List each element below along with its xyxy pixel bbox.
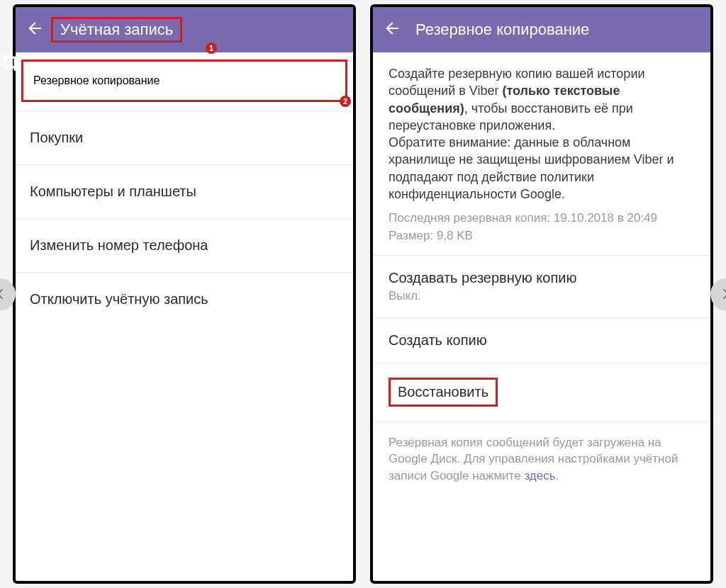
- page-title-right: Резервное копирование: [415, 21, 589, 39]
- footer-link[interactable]: здесь: [524, 469, 555, 482]
- footer-note: Резервная копия сообщений будет загружен…: [373, 422, 710, 497]
- appbar-left: Учётная запись 1: [16, 7, 353, 52]
- appbar-right: Резервное копирование: [373, 7, 710, 52]
- left-list: Резервное копирование 2 Покупки Компьюте…: [16, 52, 353, 581]
- list-item-label: Резервное копирование: [33, 74, 160, 86]
- meta-last-backup: Последняя резервная копия: 19.10.2018 в …: [389, 210, 695, 227]
- create-backup-label: Создать копию: [389, 332, 695, 349]
- info-text-2: Обратите внимание: данные в облачном хра…: [389, 134, 695, 203]
- right-content: Создайте резервную копию вашей истории с…: [373, 52, 710, 581]
- list-item-change-number[interactable]: Изменить номер телефона: [16, 219, 353, 273]
- meta-size: Размер: 9,8 KB: [389, 227, 695, 245]
- back-arrow-icon[interactable]: [383, 19, 401, 40]
- page-title-left: Учётная запись: [51, 17, 182, 43]
- crop-icon[interactable]: [0, 52, 21, 74]
- auto-backup-row[interactable]: Создавать резервную копию Выкл.: [373, 256, 710, 318]
- list-item-purchases[interactable]: Покупки: [16, 111, 353, 165]
- list-item-deactivate[interactable]: Отключить учётную запись: [16, 273, 353, 326]
- restore-row[interactable]: Восстановить: [373, 363, 710, 422]
- left-screen: Учётная запись 1 Резервное копирование 2…: [13, 4, 356, 584]
- create-backup-row[interactable]: Создать копию: [373, 318, 710, 363]
- auto-backup-value: Выкл.: [389, 289, 695, 303]
- right-screen: Резервное копирование Создайте резервную…: [370, 4, 713, 584]
- list-item-backup[interactable]: Резервное копирование 2: [21, 60, 347, 102]
- restore-label: Восстановить: [389, 378, 498, 407]
- auto-backup-label: Создавать резервную копию: [389, 270, 695, 286]
- footer-text-b: .: [556, 469, 559, 482]
- list-item-devices[interactable]: Компьютеры и планшеты: [16, 165, 353, 219]
- backup-info: Создайте резервную копию вашей истории с…: [373, 52, 710, 256]
- back-arrow-icon[interactable]: [26, 19, 44, 40]
- annotation-badge-2: 2: [340, 96, 351, 107]
- annotation-badge-1: 1: [206, 43, 217, 54]
